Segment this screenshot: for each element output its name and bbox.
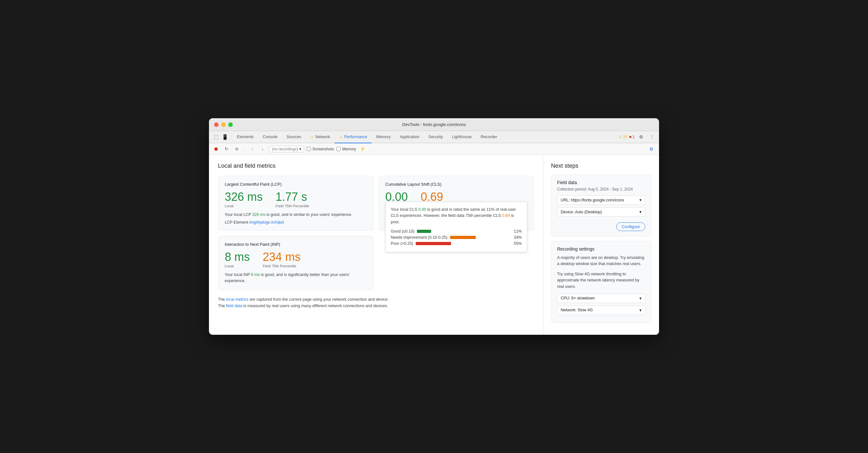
- inp-card: Interaction to Next Paint (INP) 8 ms Loc…: [218, 236, 374, 290]
- url-dropdown-label: URL: https://fonts.google.com/icons: [561, 198, 624, 202]
- device-dropdown-arrow: ▾: [640, 209, 642, 214]
- memory-checkbox[interactable]: [336, 147, 340, 151]
- record-button[interactable]: ⏺: [212, 145, 220, 153]
- lcp-local-group: 326 ms Local: [225, 191, 262, 208]
- lcp-element-link[interactable]: img#hplogo.lnXdpd: [249, 220, 284, 225]
- settings-icon[interactable]: ⚙: [637, 132, 646, 141]
- lcp-card: Largest Contentful Paint (LCP) 326 ms Lo…: [218, 176, 374, 231]
- cls-bar-good-indicator: [417, 230, 431, 233]
- cls-title: Cumulative Layout Shift (CLS): [385, 182, 528, 187]
- lcp-field-label: Field 75th Percentile: [276, 204, 309, 208]
- recording-desc2: Try using Slow 4G network throttling to …: [557, 271, 645, 290]
- inp-local-group: 8 ms Local: [225, 251, 250, 268]
- tab-recorder[interactable]: Recorder: [476, 131, 501, 143]
- upload-button[interactable]: ↑: [248, 145, 256, 153]
- cls-tooltip-text: Your local CLS 0.00 is good and is rated…: [391, 206, 522, 225]
- url-dropdown[interactable]: URL: https://fonts.google.com/icons ▾: [557, 195, 645, 205]
- recordings-select-label: (no recordings): [272, 147, 298, 151]
- cpu-dropdown-arrow: ▾: [640, 296, 642, 301]
- lcp-title: Largest Contentful Paint (LCP): [225, 182, 367, 187]
- inp-local-label: Local: [225, 264, 250, 268]
- lcp-field-group: 1.77 s Field 75th Percentile: [276, 191, 309, 208]
- main-content: Local and field metrics Largest Contentf…: [209, 155, 659, 335]
- inp-field-value: 234 ms: [262, 251, 301, 263]
- warning-triangle-icon: ⚠: [619, 135, 622, 139]
- metrics-grid: Largest Contentful Paint (LCP) 326 ms Lo…: [218, 176, 534, 290]
- recordings-dropdown[interactable]: (no recordings) ▾: [269, 146, 304, 152]
- network-dropdown-arrow: ▾: [640, 308, 642, 313]
- field-data-link[interactable]: field data: [226, 303, 242, 308]
- tab-elements[interactable]: Elements: [232, 131, 258, 143]
- network-dropdown-label: Network: Slow 4G: [561, 308, 593, 312]
- devtools-window: DevTools - fonts.google.com/icons ⬚ 📱 El…: [209, 118, 659, 335]
- maximize-button[interactable]: [228, 122, 233, 127]
- inp-description: Your local INP 8 ms is good, and is sign…: [225, 272, 367, 284]
- error-square-icon: ■: [629, 135, 631, 139]
- network-dropdown[interactable]: Network: Slow 4G ▾: [557, 305, 645, 315]
- left-panel: Local and field metrics Largest Contentf…: [209, 155, 543, 335]
- tab-application[interactable]: Application: [395, 131, 424, 143]
- lcp-element: LCP Element img#hplogo.lnXdpd: [225, 220, 367, 225]
- recordings-dropdown-arrow: ▾: [299, 147, 301, 151]
- error-count-badge: ■ 1: [629, 135, 634, 139]
- footer: The local metrics are captured from the …: [218, 296, 534, 309]
- cpu-dropdown[interactable]: CPU: 6× slowdown ▾: [557, 294, 645, 303]
- cls-tooltip-field: 0.69: [502, 213, 510, 218]
- field-data-title: Field data: [557, 180, 645, 185]
- device-toolbar-icon[interactable]: 📱: [220, 132, 229, 141]
- cls-card: Cumulative Layout Shift (CLS) 0.00 Local…: [379, 176, 534, 231]
- inspect-element-icon[interactable]: ⬚: [212, 132, 220, 141]
- screenshots-checkbox-group[interactable]: Screenshots: [307, 147, 334, 151]
- lcp-local-value: 326 ms: [225, 191, 262, 203]
- inp-title: Interaction to Next Paint (INP): [225, 242, 367, 247]
- right-panel: Next steps Field data Collection period:…: [543, 155, 659, 335]
- clear-button[interactable]: ⊘: [233, 145, 241, 153]
- recording-title: Recording settings: [557, 247, 645, 252]
- network-warning-icon: ⚠: [310, 135, 314, 139]
- cls-bar-good: Good (≤0.10) 11%: [391, 229, 522, 233]
- minimize-button[interactable]: [221, 122, 226, 127]
- cls-tooltip-local: 0.00: [418, 207, 426, 212]
- tab-network[interactable]: ⚠ Network: [306, 131, 335, 143]
- lcp-values: 326 ms Local 1.77 s Field 75th Percentil…: [225, 191, 367, 208]
- cls-local-value: 0.00: [385, 191, 408, 203]
- performance-warning-icon: ⚠: [339, 135, 343, 139]
- cls-bar-poor: Poor (>0.25) 55%: [391, 241, 522, 246]
- window-title: DevTools - fonts.google.com/icons: [402, 122, 466, 127]
- tab-performance[interactable]: ⚠ Performance: [335, 131, 372, 143]
- cls-bar-needs: Needs improvement (0.10-0.25) 34%: [391, 235, 522, 240]
- tab-lighthouse[interactable]: Lighthouse: [447, 131, 476, 143]
- cls-bar-poor-indicator: [416, 242, 451, 245]
- sidebar-settings-icon[interactable]: ⚙: [647, 144, 656, 154]
- device-dropdown[interactable]: Device: Auto (Desktop) ▾: [557, 207, 645, 217]
- recording-settings-card: Recording settings A majority of users a…: [551, 241, 651, 323]
- tab-sources[interactable]: Sources: [282, 131, 306, 143]
- toolbar-right: ⚠ 20 ■ 1 ⚙ ⋮: [619, 132, 656, 141]
- lcp-description: Your local LCP 326 ms is good, and is si…: [225, 212, 367, 218]
- field-data-card: Field data Collection period: Aug 5, 202…: [551, 174, 651, 236]
- inp-field-label: Field 75th Percentile: [262, 264, 301, 268]
- more-options-icon[interactable]: ⋮: [648, 132, 656, 141]
- cls-tooltip: Your local CLS 0.00 is good and is rated…: [385, 202, 528, 252]
- device-dropdown-label: Device: Auto (Desktop): [561, 210, 602, 214]
- local-metrics-link[interactable]: local metrics: [226, 297, 248, 302]
- close-button[interactable]: [214, 122, 219, 127]
- performance-subtoolbar: ⏺ ↻ ⊘ ↑ ↓ (no recordings) ▾ Screenshots …: [209, 143, 659, 155]
- tab-security[interactable]: Security: [424, 131, 447, 143]
- collection-period: Collection period: Aug 5, 2024 - Sep 1, …: [557, 187, 645, 192]
- section-title: Local and field metrics: [218, 163, 534, 169]
- inp-field-group: 234 ms Field 75th Percentile: [262, 251, 301, 268]
- lcp-field-value: 1.77 s: [276, 191, 309, 203]
- configure-button[interactable]: Configure: [616, 222, 645, 231]
- refresh-record-button[interactable]: ↻: [222, 145, 230, 153]
- tab-memory[interactable]: Memory: [372, 131, 395, 143]
- cls-bar-needs-indicator: [450, 236, 476, 239]
- download-button[interactable]: ↓: [259, 145, 267, 153]
- memory-checkbox-group[interactable]: Memory: [336, 147, 356, 151]
- titlebar: DevTools - fonts.google.com/icons: [209, 118, 659, 131]
- flame-chart-icon[interactable]: ⚡: [359, 145, 367, 153]
- tab-bar: ⬚ 📱 Elements Console Sources ⚠ Network ⚠…: [209, 131, 659, 143]
- screenshots-checkbox[interactable]: [307, 147, 311, 151]
- tab-console[interactable]: Console: [258, 131, 282, 143]
- cpu-dropdown-label: CPU: 6× slowdown: [561, 296, 595, 300]
